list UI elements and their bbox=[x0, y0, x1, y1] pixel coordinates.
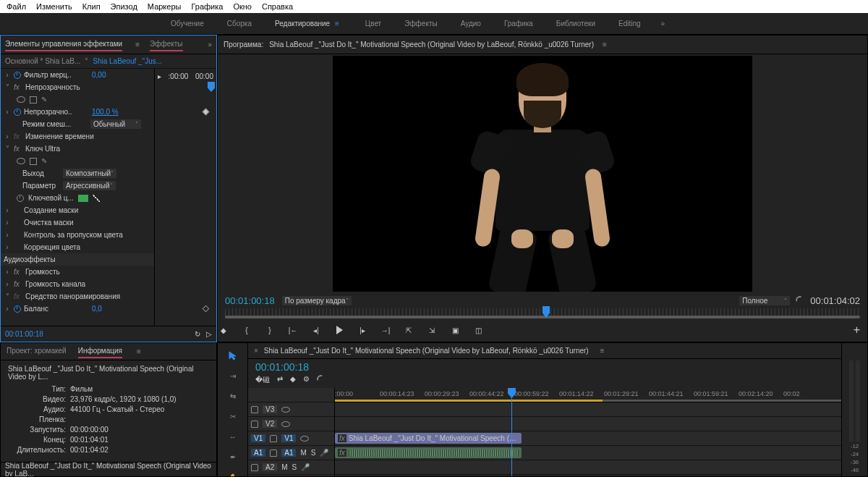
timeline-track-area[interactable]: :00:0000:00:14:2300:00:29:2300:00:44:220… bbox=[335, 388, 841, 477]
workspace-graphics[interactable]: Графика bbox=[493, 13, 545, 34]
wrench-icon[interactable] bbox=[317, 375, 326, 384]
mute-icon[interactable]: M bbox=[300, 449, 306, 457]
timeline-ruler[interactable]: :00:0000:00:14:2300:00:29:2300:00:44:220… bbox=[335, 388, 841, 402]
work-area-rendered[interactable] bbox=[335, 400, 603, 402]
mask-pen-icon[interactable]: ✎ bbox=[41, 157, 47, 165]
mask-rect-icon[interactable] bbox=[30, 158, 37, 165]
workspace-effects[interactable]: Эффекты bbox=[393, 13, 448, 34]
tab-effects[interactable]: Эффекты bbox=[150, 40, 182, 49]
program-timecode[interactable]: 00:01:00:18 bbox=[225, 295, 275, 306]
track-v2[interactable]: V2 bbox=[263, 420, 277, 428]
voice-over-icon[interactable]: 🎤 bbox=[301, 463, 310, 471]
stopwatch-icon[interactable] bbox=[17, 195, 24, 202]
fx-badge-icon[interactable]: fx bbox=[14, 145, 22, 153]
source-v1[interactable]: V1 bbox=[251, 434, 265, 442]
stopwatch-icon[interactable] bbox=[14, 72, 21, 79]
step-back-icon[interactable]: ◂| bbox=[310, 324, 322, 336]
panel-menu-icon[interactable]: ≡ bbox=[600, 347, 605, 355]
tab-project[interactable]: Проект: хромакей bbox=[7, 347, 67, 356]
panel-menu-icon[interactable]: ≡ bbox=[603, 41, 607, 48]
mute-icon[interactable]: M bbox=[281, 463, 287, 471]
menu-clip[interactable]: Клип bbox=[79, 1, 104, 12]
fx-badge-icon[interactable]: fx bbox=[14, 132, 22, 140]
blend-mode-dropdown[interactable]: Обычный bbox=[90, 119, 141, 129]
lock-icon[interactable] bbox=[251, 464, 258, 471]
zoom-fit-dropdown[interactable]: По размеру кадра bbox=[282, 296, 352, 305]
add-marker-icon[interactable]: ◆ bbox=[218, 324, 229, 336]
collapse-icon[interactable]: ˅ bbox=[4, 145, 11, 153]
mask-ellipse-icon[interactable] bbox=[17, 158, 25, 164]
expand-icon[interactable]: › bbox=[4, 219, 11, 227]
collapse-icon[interactable]: ˅ bbox=[4, 83, 11, 91]
timeline-settings-icon[interactable]: ⚙ bbox=[303, 375, 310, 385]
mask-ellipse-icon[interactable] bbox=[17, 96, 25, 103]
ruler-play-icon[interactable]: ▸ bbox=[158, 72, 161, 80]
workspace-menu-icon[interactable]: ≡ bbox=[330, 20, 342, 28]
menu-help[interactable]: Справка bbox=[258, 1, 297, 12]
setting-dropdown[interactable]: Агрессивный bbox=[63, 181, 116, 190]
razor-tool-icon[interactable]: ✂ bbox=[226, 410, 239, 423]
track-lane-v3[interactable] bbox=[335, 402, 841, 417]
timeline-playhead-line[interactable] bbox=[511, 388, 512, 477]
collapse-icon[interactable]: ˅ bbox=[4, 292, 11, 300]
track-lane-v1[interactable]: fxShia LaBeouf _"Just Do It_" Motivation… bbox=[335, 431, 841, 446]
effect-keyframe-ruler[interactable]: ▸ :00:00 00:00 bbox=[154, 69, 216, 326]
button-editor-icon[interactable]: + bbox=[854, 324, 860, 337]
program-monitor-viewport[interactable] bbox=[218, 54, 867, 292]
expand-icon[interactable]: › bbox=[4, 305, 11, 313]
expand-icon[interactable]: › bbox=[4, 280, 11, 288]
panel-overflow-icon[interactable]: » bbox=[208, 41, 212, 48]
play-icon[interactable] bbox=[333, 324, 345, 336]
workspace-editing-ru[interactable]: Редактирование ≡ bbox=[263, 13, 354, 34]
track-lane-v2[interactable] bbox=[335, 417, 841, 431]
track-a1[interactable]: A1 bbox=[281, 449, 296, 457]
flicker-value[interactable]: 0,00 bbox=[92, 71, 106, 79]
expand-icon[interactable]: › bbox=[4, 71, 11, 79]
eye-icon[interactable] bbox=[281, 407, 290, 413]
add-marker-icon[interactable]: ◆ bbox=[290, 375, 296, 385]
expand-icon[interactable]: › bbox=[4, 132, 11, 140]
play-only-icon[interactable]: ▷ bbox=[206, 330, 212, 338]
extract-icon[interactable]: ⇲ bbox=[426, 324, 438, 336]
go-to-in-icon[interactable]: |← bbox=[287, 324, 299, 336]
balance-value[interactable]: 0,0 bbox=[92, 305, 102, 313]
voice-over-icon[interactable]: 🎤 bbox=[320, 449, 328, 457]
snap-icon[interactable]: �磁 bbox=[255, 375, 270, 385]
menu-edit[interactable]: Изменить bbox=[33, 1, 76, 12]
track-lane-a2[interactable] bbox=[335, 460, 841, 475]
panel-menu-icon[interactable]: ≡ bbox=[137, 347, 141, 355]
selection-tool-icon[interactable] bbox=[226, 349, 239, 362]
eyedropper-icon[interactable] bbox=[93, 195, 100, 202]
step-forward-icon[interactable]: |▸ bbox=[357, 324, 368, 336]
lock-icon[interactable] bbox=[251, 406, 258, 413]
fx-badge-icon[interactable]: fx bbox=[14, 280, 22, 288]
workspace-color[interactable]: Цвет bbox=[354, 13, 393, 34]
track-v1[interactable]: V1 bbox=[281, 434, 296, 442]
effect-controls-timecode[interactable]: 00:01:00:18 bbox=[5, 330, 43, 338]
source-a1[interactable]: A1 bbox=[251, 449, 265, 457]
timeline-timecode[interactable]: 00:01:00:18 bbox=[255, 361, 309, 373]
menu-graphics[interactable]: Графика bbox=[187, 1, 226, 12]
track-v3[interactable]: V3 bbox=[263, 405, 277, 413]
workspace-assembly[interactable]: Сборка bbox=[216, 13, 263, 34]
fx-badge-icon[interactable]: fx bbox=[14, 292, 22, 300]
master-clip-label[interactable]: Основной * Shia LaB... bbox=[5, 57, 80, 65]
program-scrub-bar[interactable] bbox=[225, 308, 860, 318]
workspace-learn[interactable]: Обучение bbox=[159, 13, 216, 34]
lift-icon[interactable]: ⇱ bbox=[403, 324, 414, 336]
export-frame-icon[interactable]: ▣ bbox=[449, 324, 461, 336]
menu-window[interactable]: Окно bbox=[229, 1, 255, 12]
menu-sequence[interactable]: Эпизод bbox=[107, 1, 141, 12]
track-lane-a1[interactable]: fx bbox=[335, 446, 841, 460]
mark-in-icon[interactable]: { bbox=[241, 324, 252, 336]
mask-rect-icon[interactable] bbox=[30, 96, 37, 104]
timeline-sequence-name[interactable]: Shia LaBeouf _"Just Do It_" Motivational… bbox=[264, 347, 589, 355]
panel-menu-icon[interactable]: ≡ bbox=[135, 41, 140, 48]
lock-icon[interactable] bbox=[251, 421, 258, 428]
tab-effect-controls[interactable]: Элементы управления эффектами bbox=[5, 40, 122, 49]
eye-icon[interactable] bbox=[300, 436, 309, 442]
workspace-audio[interactable]: Аудио bbox=[449, 13, 493, 34]
menu-markers[interactable]: Маркеры bbox=[144, 1, 185, 12]
stopwatch-icon[interactable] bbox=[14, 305, 21, 313]
opacity-value[interactable]: 100,0 % bbox=[92, 108, 119, 116]
